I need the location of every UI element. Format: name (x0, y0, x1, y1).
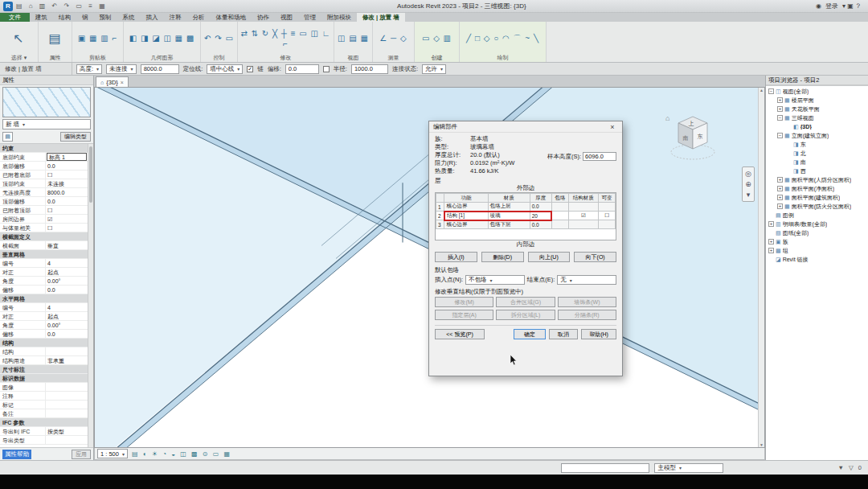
chain-checkbox[interactable]: ✓ (247, 66, 253, 72)
end-point-dropdown[interactable]: 无 (557, 275, 616, 285)
property-value[interactable]: 0.0 (46, 162, 88, 170)
property-row[interactable]: 已附着底部 ☐ (0, 171, 88, 179)
property-value[interactable] (46, 409, 88, 417)
tree-expander-icon[interactable] (786, 124, 792, 129)
ribbon-panel[interactable]: ▤ 属性 (39, 22, 72, 62)
property-value[interactable]: 0.00° (46, 277, 88, 285)
properties-help-link[interactable]: 属性帮助 (2, 450, 31, 459)
property-value[interactable] (46, 392, 88, 400)
view-cube[interactable]: ⌂ 上 南 东 (662, 110, 720, 166)
property-row[interactable]: 注释 (0, 392, 88, 401)
tree-item[interactable]: ◨ 南 (766, 158, 868, 166)
ribbon-panel[interactable]: ◧ ◨ ◪ ◫ ▦ ▩ 几何图形 (124, 22, 201, 62)
property-row[interactable]: 对正 起点 (0, 312, 88, 321)
property-value[interactable]: 4 (46, 303, 88, 311)
viewcube-top-face[interactable]: 上 (689, 121, 694, 126)
ribbon-panel[interactable]: ▭ ◇ ▥ 创建 (415, 22, 460, 62)
modify-structure-button[interactable]: 合并区域(G) (496, 297, 555, 307)
tree-expander-icon[interactable] (786, 150, 792, 156)
tree-expander-icon[interactable]: + (777, 203, 783, 209)
ribbon-panel[interactable]: ◫ ▤ ▦ 视图 (334, 22, 373, 62)
property-row[interactable]: 编号 4 (0, 259, 88, 268)
ribbon-panel[interactable]: ↶ ↷ ▭ 控制 (201, 22, 238, 62)
layer-row-action-button[interactable]: 向上(U) (528, 252, 571, 262)
property-row[interactable]: 已附着顶部 ☐ (0, 206, 88, 215)
ribbon-tab[interactable]: 预制 (94, 13, 117, 22)
ribbon-panel-icons[interactable]: ∠ ─ ◇ (375, 23, 412, 54)
tree-expander-icon[interactable]: + (777, 186, 783, 191)
property-value[interactable]: 垂直 (46, 241, 88, 249)
ribbon-tab[interactable]: 分析 (187, 13, 211, 22)
property-row[interactable]: 编号 4 (0, 303, 88, 312)
property-value[interactable]: 非承重 (46, 356, 88, 364)
sample-height-input[interactable]: 6096.0 (583, 152, 616, 161)
titlebar-right-icons[interactable]: ▾ ▣ ？ (842, 2, 862, 10)
property-row[interactable]: 底部约束 标高 1 (0, 153, 88, 162)
layer-function[interactable]: 核心边界 (444, 220, 488, 229)
tree-item[interactable]: − ◫ 视图(全部) (766, 87, 868, 96)
tree-item[interactable]: ◪ Revit 链接 (766, 255, 868, 264)
view-tab-close-icon[interactable]: × (121, 80, 124, 85)
layer-wrap-checkbox[interactable] (551, 203, 568, 212)
property-value[interactable]: 0.0 (46, 286, 88, 294)
property-value[interactable] (46, 401, 88, 409)
property-row[interactable]: 顶部偏移 0.0 (0, 197, 88, 206)
property-row[interactable]: 偏移 0.0 (0, 286, 88, 294)
property-row[interactable]: 角度 0.00° (0, 277, 88, 286)
property-row[interactable]: 图像 (0, 383, 88, 392)
tree-item[interactable]: + ▥ 明细表/数量(全部) (766, 220, 868, 228)
sign-in-button[interactable]: 登录 (825, 2, 838, 10)
layer-row[interactable]: 1 核心边界 包络上层 0.0 (436, 203, 616, 212)
tree-item[interactable]: + ▦ 面积平面(人防分区面积) (766, 175, 868, 184)
property-value[interactable]: 0.00° (46, 321, 88, 329)
tree-item[interactable]: + ▦ 楼层平面 (766, 96, 868, 105)
property-row[interactable]: 垂直网格 (0, 250, 88, 259)
ribbon-tab[interactable]: 视图 (275, 13, 298, 22)
dialog-close-icon[interactable]: × (607, 123, 618, 131)
modify-structure-button[interactable]: 指定层(A) (435, 310, 493, 320)
view-control-icons[interactable]: ▤ ◐ ☀ ◔ ◒ ◫ ▩ ⊙ ▭ ▦ (132, 450, 231, 458)
ribbon-panel[interactable]: ↖ 选择 ▾ (0, 22, 39, 62)
edit-type-button[interactable]: 编辑类型 (60, 132, 91, 142)
layer-material[interactable]: 玻璃 (488, 212, 530, 220)
property-row[interactable]: 对正 起点 (0, 268, 88, 277)
top-constraint-dropdown[interactable]: 未连接 (106, 64, 137, 74)
ribbon-tab[interactable]: 协作 (252, 13, 275, 22)
cancel-button[interactable]: 取消 (549, 329, 578, 339)
tree-item[interactable]: ▤ 图例 (766, 211, 868, 220)
ribbon-tab[interactable]: 体量和场地 (211, 13, 252, 22)
ribbon-tab[interactable]: 结构 (53, 13, 76, 22)
tree-expander-icon[interactable]: + (777, 106, 783, 112)
layer-material[interactable]: 包络上层 (488, 203, 530, 212)
property-value[interactable]: 起点 (46, 312, 88, 320)
layer-row[interactable]: 2 结构 [1] 玻璃 20 ☑ ☐ (436, 212, 616, 220)
tree-item[interactable]: − ▦ 立面(建筑立面) (766, 131, 868, 140)
ribbon-panel[interactable]: ╱ □ ◇ ○ ◠ ⌒ ~ ╲ 绘制 (460, 22, 547, 62)
ribbon-tab[interactable]: 管理 (298, 13, 321, 22)
viewcube-left-face[interactable]: 南 (683, 135, 689, 141)
ribbon-panel[interactable]: ▣ ▦ ▥ ⌐ 剪贴板 (72, 22, 124, 62)
property-row[interactable]: 水平网格 (0, 294, 88, 303)
property-value[interactable]: ☐ (46, 224, 88, 232)
tree-expander-icon[interactable]: − (777, 115, 783, 121)
property-row[interactable]: 结构 (0, 347, 88, 356)
modify-structure-button[interactable]: 拆分区域(L) (496, 310, 555, 320)
property-row[interactable]: 无连接高度 8000.0 (0, 188, 88, 197)
layer-structural-checkbox[interactable] (568, 203, 599, 212)
ribbon-panel[interactable]: ∠ ─ ◇ 测量 (373, 22, 415, 62)
ribbon-panel-icons[interactable]: ◫ ▤ ▦ (336, 23, 371, 54)
property-value[interactable]: ☐ (46, 171, 88, 179)
property-row[interactable]: 导出类型 (0, 436, 88, 445)
file-menu-button[interactable]: 文件 (0, 13, 30, 22)
property-value[interactable]: 0.0 (46, 197, 88, 205)
viewcube-right-face[interactable]: 东 (698, 134, 703, 139)
tree-expander-icon[interactable] (786, 168, 792, 174)
tree-item[interactable]: + ▦ 面积平面(建筑面积) (766, 193, 868, 202)
offset-input[interactable]: 0.0 (285, 64, 319, 74)
tree-expander-icon[interactable]: + (768, 239, 774, 244)
property-row[interactable]: 备注 (0, 409, 88, 418)
layer-variable-checkbox[interactable] (599, 203, 616, 212)
property-row[interactable]: 标识数据 (0, 374, 88, 383)
ribbon-panel-icons[interactable]: ▭ ◇ ▥ (416, 23, 457, 54)
layer-wrap-checkbox[interactable] (551, 220, 568, 229)
